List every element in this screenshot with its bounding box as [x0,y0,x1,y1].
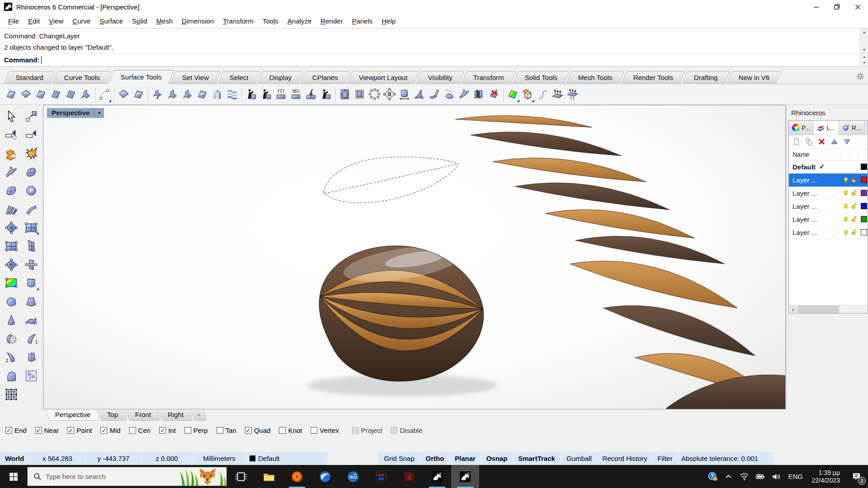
checkbox-quad[interactable]: ✓ [245,427,252,434]
patch-corner-points-button[interactable] [412,85,427,103]
checkbox-disable[interactable] [391,427,397,434]
toolbar-tab-visibility[interactable]: Visibility [416,71,465,84]
panel-tab-rendering[interactable]: R... [839,121,865,135]
revolve-button[interactable] [23,350,39,365]
layer-unlocked-icon[interactable] [850,229,858,236]
layer-name[interactable]: Default [793,163,816,171]
layer-row-4[interactable]: Layer ... [789,213,868,226]
offset-surface-solid-button[interactable] [131,85,146,103]
symmetry-button[interactable] [180,85,195,103]
checkbox-point[interactable]: ✓ [67,427,74,434]
surface-control-points-button[interactable] [3,165,19,179]
layer-row-0[interactable]: Default✓ [789,160,868,174]
layer-on-bulb-icon[interactable] [842,216,849,223]
command-spinner[interactable]: ▲▼ [860,54,868,66]
viewport-canvas[interactable] [43,105,785,409]
viewport-tab-right[interactable]: Right [158,409,193,421]
status-record-history[interactable]: Record History [598,452,651,465]
menu-file[interactable]: File [4,15,24,27]
layer-name[interactable]: Layer ... [793,189,817,197]
toolbar-tab-standard[interactable]: Standard [4,71,56,84]
unroll-surface-button[interactable] [195,85,210,103]
checkbox-int[interactable]: ✓ [159,427,166,434]
utility-red-taskbar-button[interactable]: CRDL [367,465,395,488]
checkbox-mid[interactable]: ✓ [100,427,107,434]
language-indicator[interactable]: ENG [784,473,807,480]
surface-fan-button[interactable] [3,202,19,216]
osnap-point[interactable]: ✓Point [67,427,92,434]
checkbox-cen[interactable] [129,427,136,434]
menu-tools[interactable]: Tools [258,15,283,27]
osnap-end[interactable]: ✓End [5,427,27,434]
clock[interactable]: 1:39 μμ 22/4/2023 [807,469,844,484]
heightfield-image-button[interactable] [23,369,39,383]
command-history-scrollbar[interactable]: ▲ ▼ [860,28,868,53]
menu-transform[interactable]: Transform [218,15,258,27]
search-input[interactable]: Type here to search [27,467,227,486]
toolbar-tab-render-tools[interactable]: Render Tools [621,71,685,84]
menu-panels[interactable]: Panels [347,15,377,27]
menu-solid[interactable]: Solid [127,15,151,27]
command-history[interactable]: Command: ChangeLayer 2 objects changed t… [0,28,868,54]
control-point-scale-button[interactable] [23,109,39,124]
cutting-plane-button[interactable] [23,258,39,272]
osnap-disable[interactable]: Disable [391,427,422,434]
extrude-curve-button[interactable] [23,276,39,291]
unjoin-edges-button[interactable] [520,85,535,103]
start-button[interactable] [0,465,27,488]
layer-on-bulb-icon[interactable] [842,202,849,210]
toolbar-tab-drafting[interactable]: Drafting [682,71,730,84]
hide-objects-button[interactable] [3,128,19,142]
match-surface-edge-button[interactable] [244,85,259,103]
mesh-polygon-button[interactable] [3,258,19,272]
layer-row-3[interactable]: Layer ... [789,200,868,213]
rail-revolve-2-button[interactable]: 2 [3,350,19,365]
delete-layer-button[interactable] [817,137,826,146]
task-view-taskbar-button[interactable] [227,465,255,488]
offset-plane-up-button[interactable] [550,85,565,103]
drape-surface-button[interactable] [3,369,19,383]
viewport-menu-chevron-icon[interactable]: ▼ [94,108,104,118]
toolbar-tab-display[interactable]: Display [258,71,304,84]
layer-on-bulb-icon[interactable] [842,229,849,236]
surface-from-frame-button[interactable] [337,85,352,103]
scroll-down-icon[interactable]: ▼ [860,46,868,53]
shrink-trimmed-surface-button[interactable] [352,85,367,103]
layer-row-5[interactable]: Layer ... [789,226,868,239]
extrude-curve-blob-button[interactable] [3,295,19,309]
layers-hscrollbar[interactable]: ‹ [789,305,868,313]
menu-render[interactable]: Render [316,15,347,27]
extrude-to-point-button[interactable] [3,313,19,328]
menu-view[interactable]: View [44,15,68,27]
layer-color-swatch[interactable] [861,203,867,209]
notification-center-icon[interactable]: 3 [844,465,868,488]
menu-edit[interactable]: Edit [24,15,44,27]
status-osnap-toggle[interactable]: Osnap [481,452,512,465]
layer-on-bulb-icon[interactable] [842,176,849,183]
variable-radius-fillet-button[interactable] [48,85,63,103]
select-button[interactable] [3,109,19,124]
torus-button[interactable] [23,183,39,198]
surface-from-point-grid-button[interactable] [3,387,19,402]
wifi-icon[interactable] [736,465,752,488]
surface-from-points-button[interactable] [23,165,39,179]
curvature-graph-button[interactable] [535,85,550,103]
layer-unlocked-icon[interactable] [850,202,858,210]
new-viewport-tab-button[interactable]: + [191,409,207,421]
volume-icon[interactable] [768,465,784,488]
adjustable-curve-blend-button[interactable] [97,85,112,103]
help-tray-icon[interactable]: ? i [705,465,721,488]
offset-plane-both-button[interactable] [565,85,580,103]
bend-surface-button[interactable] [210,85,225,103]
layer-name[interactable]: Layer ... [793,176,817,184]
striped-egg-object[interactable] [319,239,484,381]
sphere-wrap-button[interactable] [3,332,19,346]
panel-tab-properties[interactable]: P... [789,121,814,135]
surface-edit-points-button[interactable] [457,85,472,103]
osnap-tan[interactable]: Tan [217,427,236,434]
command-input[interactable]: Command: ▲▼ [0,54,868,66]
layer-color-swatch[interactable] [861,216,867,222]
toolbar-tab-cplanes[interactable]: CPlanes [301,71,350,84]
layer-row-2[interactable]: Layer ... [789,187,868,200]
copy-layer-button[interactable] [805,137,813,146]
